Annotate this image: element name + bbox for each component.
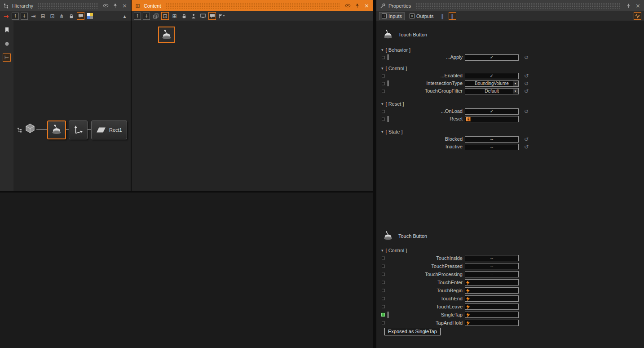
scroll-up-icon[interactable]: ▴: [121, 12, 128, 20]
hierarchy-titlebar[interactable]: Hierarchy ×: [0, 0, 131, 11]
tap-and-hold-event-field[interactable]: [465, 320, 519, 326]
axes-node[interactable]: [69, 120, 88, 139]
tree-branch-icon[interactable]: ⋔: [58, 12, 66, 20]
reset-default-icon[interactable]: ↺: [524, 109, 529, 114]
inputs-tab-icon: i: [382, 13, 387, 18]
bookmark-icon[interactable]: [3, 26, 11, 34]
flag-icon[interactable]: ▾: [218, 12, 225, 20]
touch-enter-event-field[interactable]: [465, 279, 519, 286]
reset-trigger-icon[interactable]: [466, 117, 471, 121]
eye-icon[interactable]: [344, 2, 351, 9]
jump-into-icon[interactable]: ⇥: [30, 12, 37, 20]
reset-default-icon[interactable]: ↺: [524, 55, 529, 60]
selection-frame-icon[interactable]: ⊡: [161, 12, 169, 20]
touch-begin-event-field[interactable]: [465, 287, 519, 294]
sync-columns-icon[interactable]: ∥: [449, 12, 456, 20]
chevron-down-icon[interactable]: ▾: [381, 129, 384, 134]
close-icon[interactable]: ×: [635, 2, 641, 9]
comment-icon[interactable]: [208, 12, 216, 20]
comment-icon[interactable]: [77, 12, 84, 20]
chevron-down-icon[interactable]: ▾: [381, 102, 384, 106]
properties-titlebar[interactable]: Properties ×: [376, 0, 644, 11]
reset-default-icon[interactable]: ↺: [524, 73, 529, 79]
intersection-type-dropdown[interactable]: BoundingVolume ▾: [465, 80, 519, 87]
property-label: TouchEnd: [376, 294, 463, 303]
import-icon[interactable]: ↓: [143, 13, 150, 20]
hierarchy-canvas[interactable]: Rect1: [13, 21, 131, 191]
viewport-canvas[interactable]: [0, 192, 373, 348]
apply-value-field[interactable]: ✓: [465, 54, 519, 61]
row-single-tap: SingleTap: [376, 311, 644, 319]
import-icon[interactable]: ↓: [21, 13, 28, 20]
hierarchy-panel: Hierarchy × → ↑ ↓ ⇥ ⊟ ⊡ ⋔: [0, 0, 131, 191]
touch-pressed-value-field[interactable]: --: [465, 263, 519, 269]
export-icon[interactable]: ↑: [134, 13, 141, 20]
properties-title: Properties: [388, 3, 411, 9]
reset-default-icon[interactable]: ↺: [524, 89, 529, 94]
wrench-icon: [379, 2, 386, 9]
palette-icon[interactable]: [86, 12, 94, 20]
row-onload: ...OnLoad ✓ ↺: [376, 107, 644, 115]
tree-root-icon[interactable]: [17, 127, 22, 133]
close-icon[interactable]: ×: [363, 2, 370, 9]
titlebar-grip: [166, 3, 340, 9]
frame-view-icon[interactable]: ⊡: [49, 12, 56, 20]
row-touch-inside: TouchInside --: [376, 254, 644, 262]
pin-icon[interactable]: [112, 2, 119, 9]
content-titlebar[interactable]: ⊞ Content ×: [132, 0, 373, 11]
section-behavior: ▾ [ Behavior ]: [376, 46, 644, 54]
chevron-down-icon[interactable]: ▾: [381, 248, 384, 253]
enabled-value-field[interactable]: ✓: [465, 73, 519, 79]
layer-blob-icon[interactable]: [3, 40, 11, 48]
blocked-value-field[interactable]: --: [465, 136, 519, 143]
touch-button-node[interactable]: [47, 120, 66, 139]
titlebar-grip: [38, 3, 98, 9]
touch-leave-event-field[interactable]: [465, 303, 519, 310]
row-inactive: Inactive -- ↺: [376, 143, 644, 151]
grid-icon[interactable]: ⊞: [171, 12, 178, 20]
touch-button-icon: [383, 29, 393, 40]
reset-default-icon[interactable]: ↺: [524, 144, 529, 150]
hierarchy-side-strip: ⊢: [0, 21, 13, 191]
frame-marker-icon[interactable]: ⊢: [3, 54, 11, 62]
pin-icon[interactable]: [354, 2, 361, 9]
lock-icon[interactable]: [67, 12, 75, 20]
content-item-touch-button[interactable]: [158, 27, 175, 43]
split-columns-icon[interactable]: ∥: [439, 12, 446, 20]
follow-selection-icon[interactable]: →: [2, 12, 10, 20]
chevron-down-icon[interactable]: ▾: [381, 66, 384, 71]
touch-processing-value-field[interactable]: --: [465, 271, 519, 277]
touch-group-filter-dropdown[interactable]: Default ▾: [465, 88, 519, 94]
animation-editor-icon[interactable]: [634, 12, 641, 20]
tab-inputs[interactable]: i Inputs: [379, 12, 405, 20]
onload-value-field[interactable]: ✓: [465, 108, 519, 115]
pin-icon[interactable]: [625, 2, 632, 9]
reset-default-icon[interactable]: ↺: [524, 137, 529, 142]
presenter-icon[interactable]: [190, 12, 197, 20]
eye-icon[interactable]: [102, 2, 109, 9]
section-reset: ▾ [ Reset ]: [376, 100, 644, 107]
split-view-icon[interactable]: ⊟: [39, 12, 47, 20]
touch-button-icon: [161, 29, 172, 41]
monitor-icon[interactable]: [199, 12, 207, 20]
content-toolbar: ↑ ↓ ⊡ ⊞ ▾: [132, 11, 373, 21]
touch-inside-value-field[interactable]: --: [465, 255, 519, 261]
inactive-value-field[interactable]: --: [465, 144, 519, 150]
lock-icon[interactable]: [180, 12, 188, 20]
property-label: ...Apply: [376, 54, 463, 61]
properties-outputs-block: Touch Button ▾ [ Control ] TouchInside -…: [376, 225, 644, 327]
touch-end-event-field[interactable]: [465, 295, 519, 302]
tab-outputs[interactable]: o Outputs: [407, 12, 437, 20]
chevron-down-icon[interactable]: ▾: [381, 48, 384, 52]
rectangle-node[interactable]: Rect1: [91, 120, 127, 139]
export-icon[interactable]: ↑: [12, 13, 19, 20]
section-state: ▾ [ State ]: [376, 128, 644, 135]
cube-node-icon[interactable]: [24, 123, 36, 134]
content-canvas[interactable]: [132, 21, 373, 191]
property-label: ...Enabled: [376, 72, 463, 80]
single-tap-event-field[interactable]: [465, 312, 519, 318]
close-icon[interactable]: ×: [121, 2, 128, 9]
overlap-squares-icon[interactable]: [152, 12, 159, 20]
reset-default-icon[interactable]: ↺: [524, 81, 529, 86]
reset-trigger-field[interactable]: [465, 116, 519, 122]
